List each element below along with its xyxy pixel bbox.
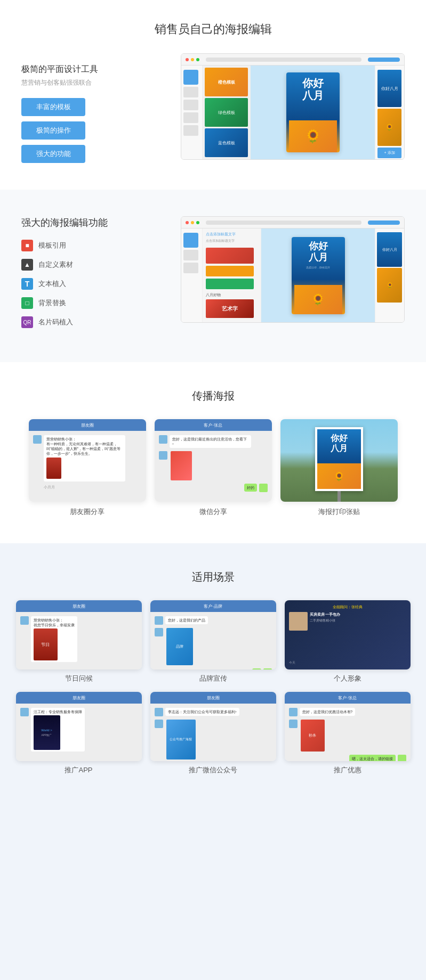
icon-bg: □ xyxy=(21,297,33,309)
app-content: 橙色模板 绿色模板 蓝色模板 你好 八月 🌻 xyxy=(181,66,404,159)
template-panel: 橙色模板 绿色模板 蓝色模板 xyxy=(203,66,251,159)
section1-content: 极简的平面设计工具 慧营销与创客贴强强联合 丰富的模板 极简的操作 强大的功能 xyxy=(11,53,415,163)
section-spread: 传播海报 朋友圈 慧营销销售小张： 有一种特质，无论何其难堪，有一种温柔，叫"稳… xyxy=(0,362,426,543)
scenes-grid: 朋友圈 慧营销销售小张：祝您节日快乐，幸福安康 节日 节日问候 xyxy=(16,600,411,775)
feature-label-template: 模板引用 xyxy=(38,241,66,250)
chat-msg-row-3: 好的 xyxy=(159,484,268,492)
button-list: 丰富的模板 极简的操作 强大的功能 xyxy=(21,98,128,163)
dot-green xyxy=(196,58,199,61)
app-content-2: 点击添加标题文字 点击添加副标题文字 八月好物 艺术字 你好 八月 温柔以待，静… xyxy=(181,228,404,322)
app-sidebar-2 xyxy=(181,228,203,322)
scene-personal: 全能顾问：张经典 买房卖房 一手包办 二手房销售精小张 今天 个人形象 xyxy=(285,600,411,683)
scene-festival: 朋友圈 慧营销销售小张：祝您节日快乐，幸福安康 节日 节日问候 xyxy=(16,600,142,683)
icon-material: ▲ xyxy=(21,259,33,271)
card-label-print: 海报打印张贴 xyxy=(318,507,360,517)
scene-wechat-public: 朋友圈 李志远：关注我们公众号可获取更多福利~ 公众号推广海报 推广微信公众号 xyxy=(150,692,276,775)
wechat-moments-mock: 朋友圈 慧营销销售小张： 有一种特质，无论何其难堪，有一种温柔，叫"稳稳的，迎人… xyxy=(29,419,146,502)
app-title: 朋友圈 xyxy=(16,692,142,704)
scene-label-personal: 个人形象 xyxy=(334,674,361,683)
discount-bubble-right: 嗯，这太适合，请的链接 xyxy=(349,755,396,761)
world-text: World > xyxy=(41,728,52,732)
feature-qr: QR 名片码植入 xyxy=(21,316,139,328)
scene-discount-mock: 客户·张总 您好，这是我们优惠活动木有? 秒杀 嗯，这太适合，请的链接 xyxy=(285,692,411,761)
chat-bubble-1: 您好，这是我们最近推出的注意活动，您看下~ xyxy=(170,435,251,448)
chat-avatar-right xyxy=(259,484,268,492)
brand-msg-2: 品牌 xyxy=(155,628,272,665)
app-avatar xyxy=(20,708,29,716)
scene-img-app: 朋友圈 汪工程：专业销售服务有保障 World > APP推广 xyxy=(16,692,142,761)
discount-avatar-right xyxy=(398,755,406,761)
feature-text: T 文本植入 xyxy=(21,278,139,290)
app-right-panel: 你好八月 🌻 + 添加 xyxy=(375,66,404,159)
section1-title: 销售员自己的海报编辑 xyxy=(155,21,272,37)
card-img-print: 你好 八月 🌻 xyxy=(280,419,398,502)
cards-row: 朋友圈 慧营销销售小张： 有一种特质，无论何其难堪，有一种温柔，叫"稳稳的，迎人… xyxy=(29,419,398,517)
feature-material: ▲ 自定义素材 xyxy=(21,259,139,271)
card-moments: 朋友圈 慧营销销售小张： 有一种特质，无论何其难堪，有一种温柔，叫"稳稳的，迎人… xyxy=(29,419,146,517)
brand-msg-1: 您好，这是我们的产品 xyxy=(155,616,272,625)
card-wechat: 客户·张总 您好，这是我们最近推出的注意活动，您看下~ 好的 xyxy=(155,419,272,517)
app-body: 汪工程：专业销售服务有保障 World > APP推广 xyxy=(16,704,142,761)
discount-bubble-1: 您好，这是我们优惠活动木有? xyxy=(300,708,356,716)
section4-title: 适用场景 xyxy=(192,570,235,584)
msg-bubble-1: 慧营销销售小张： 有一种特质，无论何其难堪，有一种温柔，叫"稳稳的，迎人辉"，有… xyxy=(44,435,125,481)
icon-qr: QR xyxy=(21,316,33,328)
scene-label-brand: 品牌宣传 xyxy=(199,674,227,683)
scene-img-festival: 朋友圈 慧营销销售小张：祝您节日快乐，幸福安康 节日 xyxy=(16,600,142,669)
wechat-public-bubble: 李志远：关注我们公众号可获取更多福利~ xyxy=(165,708,240,716)
section3-title: 传播海报 xyxy=(192,389,235,403)
section-features: 强大的海报编辑功能 ■ 模板引用 ▲ 自定义素材 T 文本植入 □ 背景替换 Q… xyxy=(0,190,426,362)
wechat-public-body: 李志远：关注我们公众号可获取更多福利~ 公众号推广海报 xyxy=(150,704,276,761)
scene-brand: 客户·品牌 您好，这是我们的产品 品牌 好 xyxy=(150,600,276,683)
features-title: 强大的海报编辑功能 xyxy=(21,216,139,229)
billboard-pole xyxy=(337,491,341,502)
card-label-moments: 朋友圈分享 xyxy=(70,507,105,517)
btn-template[interactable]: 丰富的模板 xyxy=(21,98,85,116)
scene-discount: 客户·张总 您好，这是我们优惠活动木有? 秒杀 嗯，这太适合，请的链接 xyxy=(285,692,411,775)
scene-img-personal: 全能顾问：张经典 买房卖房 一手包办 二手房销售精小张 今天 xyxy=(285,600,411,669)
billboard-poster: 你好 八月 🌻 xyxy=(317,429,361,489)
app-msg: 汪工程：专业销售服务有保障 World > APP推广 xyxy=(20,708,138,752)
app-bubble: 汪工程：专业销售服务有保障 World > APP推广 xyxy=(31,708,85,752)
desc: 慧营销与创客贴强强联合 xyxy=(21,78,128,87)
avatar-1 xyxy=(33,435,42,444)
discount-avatar-2 xyxy=(289,720,298,728)
card-img-moments: 朋友圈 慧营销销售小张： 有一种特质，无论何其难堪，有一种温柔，叫"稳稳的，迎人… xyxy=(29,419,146,502)
scene-img-brand: 客户·品牌 您好，这是我们的产品 品牌 好 xyxy=(150,600,276,669)
section2-content: 强大的海报编辑功能 ■ 模板引用 ▲ 自定义素材 T 文本植入 □ 背景替换 Q… xyxy=(11,216,415,336)
btn-operation[interactable]: 极简的操作 xyxy=(21,121,85,140)
festival-body: 慧营销销售小张：祝您节日快乐，幸福安康 节日 xyxy=(16,612,142,669)
billboard-mock: 你好 八月 🌻 xyxy=(280,419,398,502)
festival-avatar xyxy=(20,616,29,625)
app-main-canvas-2: 你好 八月 温柔以待，静候花开 🌻 xyxy=(261,228,375,322)
wechat-public-msg-2: 公众号推广海报 xyxy=(155,720,272,760)
msg-row-1: 慧营销销售小张： 有一种特质，无论何其难堪，有一种温柔，叫"稳稳的，迎人辉"，有… xyxy=(33,435,142,481)
feature-bg: □ 背景替换 xyxy=(21,297,139,309)
brand-body: 您好，这是我们的产品 品牌 好 xyxy=(150,612,276,669)
small-poster xyxy=(46,458,61,479)
left-info: 极简的平面设计工具 慧营销与创客贴强强联合 丰富的模板 极简的操作 强大的功能 xyxy=(21,53,128,163)
dot-yellow xyxy=(191,58,194,61)
app-screenshot-1: 橙色模板 绿色模板 蓝色模板 你好 八月 🌻 xyxy=(181,53,405,160)
scene-label-app: 推广APP xyxy=(65,765,92,775)
discount-msg-1: 您好，这是我们优惠活动木有? xyxy=(289,708,406,716)
feature-label-qr: 名片码植入 xyxy=(38,317,73,327)
app-sidebar xyxy=(181,66,203,159)
dot-green-2 xyxy=(196,221,199,224)
brand-bubble-1: 您好，这是我们的产品 xyxy=(165,616,208,624)
scene-wechat-public-mock: 朋友圈 李志远：关注我们公众号可获取更多福利~ 公众号推广海报 xyxy=(150,692,276,761)
scene-label-discount: 推广优惠 xyxy=(334,765,361,775)
wechat-chat-title-bar: 客户·张总 xyxy=(155,419,272,431)
personal-mock: 全能顾问：张经典 买房卖房 一手包办 二手房销售精小张 今天 xyxy=(285,600,411,669)
feature-label-text: 文本植入 xyxy=(38,279,66,289)
scene-app: 朋友圈 汪工程：专业销售服务有保障 World > APP推广 xyxy=(16,692,142,775)
wechat-public-msg-1: 李志远：关注我们公众号可获取更多福利~ xyxy=(155,708,272,716)
wechat-public-avatar xyxy=(155,708,163,716)
feature-label-bg: 背景替换 xyxy=(38,298,66,308)
features-left: 强大的海报编辑功能 ■ 模板引用 ▲ 自定义素材 T 文本植入 □ 背景替换 Q… xyxy=(21,216,139,336)
discount-avatar-1 xyxy=(289,708,298,716)
scene-img-discount: 客户·张总 您好，这是我们优惠活动木有? 秒杀 嗯，这太适合，请的链接 xyxy=(285,692,411,761)
btn-feature[interactable]: 强大的功能 xyxy=(21,145,85,163)
chat-avatar-2 xyxy=(159,451,167,460)
card-print: 你好 八月 🌻 海报打印张贴 xyxy=(280,419,398,517)
